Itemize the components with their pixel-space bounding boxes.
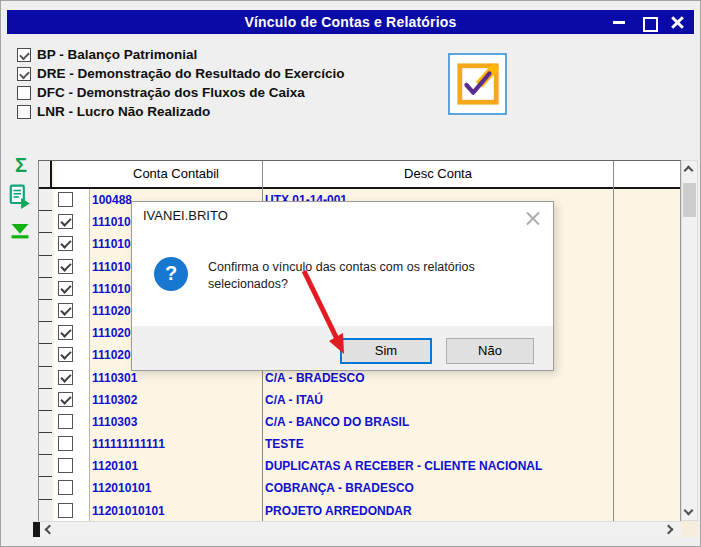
- report-type-group: BP - Balanço Patrimonial DRE - Demonstra…: [17, 45, 345, 121]
- conta-cell[interactable]: 1110302: [92, 389, 260, 411]
- titlebar: Vínculo de Contas e Relatórios: [7, 10, 694, 34]
- desc-cell[interactable]: COBRANÇA - BRADESCO: [265, 477, 611, 499]
- bp-label: BP - Balanço Patrimonial: [37, 47, 197, 62]
- table-row: 111111111111TESTE: [39, 433, 680, 455]
- vertical-scrollbar[interactable]: [681, 160, 698, 521]
- row-checkbox[interactable]: [58, 325, 73, 340]
- report-checkbox-row-dfc: DFC - Demonstração dos Fluxos de Caixa: [17, 83, 345, 102]
- row-checkbox[interactable]: [58, 436, 73, 451]
- row-checkbox[interactable]: [58, 281, 73, 296]
- report-checkbox-row-lnr: LNR - Lucro Não Realizado: [17, 102, 345, 121]
- bp-checkbox[interactable]: [17, 48, 31, 62]
- row-selector[interactable]: [39, 322, 52, 344]
- scroll-right-icon[interactable]: [664, 525, 674, 535]
- nao-button[interactable]: Não: [446, 338, 534, 364]
- row-checkbox[interactable]: [58, 236, 73, 251]
- confirm-link-button[interactable]: [448, 53, 507, 115]
- row-checkbox[interactable]: [58, 214, 73, 229]
- row-selector[interactable]: [39, 233, 52, 255]
- row-checkbox[interactable]: [58, 347, 73, 362]
- desc-cell[interactable]: C/A - ITAÚ: [265, 389, 611, 411]
- conta-cell[interactable]: 11201010101: [92, 500, 260, 522]
- dialog-message: Confirma o vínculo das contas com os rel…: [208, 259, 518, 293]
- row-selector[interactable]: [39, 344, 52, 366]
- table-row: 112010101COBRANÇA - BRADESCO: [39, 477, 680, 499]
- column-header-desc[interactable]: Desc Conta: [263, 161, 613, 187]
- window-title: Vínculo de Contas e Relatórios: [244, 14, 456, 30]
- app-window: Vínculo de Contas e Relatórios BP - Bala…: [0, 0, 701, 547]
- row-selector[interactable]: [39, 278, 52, 300]
- row-selector[interactable]: [39, 455, 52, 477]
- row-checkbox[interactable]: [58, 392, 73, 407]
- horizontal-scroll-thumb[interactable]: [33, 522, 40, 537]
- row-checkbox[interactable]: [58, 414, 73, 429]
- row-checkbox[interactable]: [58, 480, 73, 495]
- scrollbar-corner: [681, 521, 698, 537]
- report-checkbox-row-bp: BP - Balanço Patrimonial: [17, 45, 345, 64]
- row-checkbox[interactable]: [58, 192, 73, 207]
- row-selector[interactable]: [39, 211, 52, 233]
- conta-cell[interactable]: 111111111111: [92, 433, 260, 455]
- row-checkbox[interactable]: [58, 370, 73, 385]
- dre-checkbox[interactable]: [17, 67, 31, 81]
- row-selector[interactable]: [39, 433, 52, 455]
- desc-cell[interactable]: PROJETO ARREDONDAR: [265, 500, 611, 522]
- table-row: 11201010101PROJETO ARREDONDAR: [39, 500, 680, 522]
- close-icon[interactable]: [670, 15, 684, 29]
- check-pen-icon: [455, 61, 501, 107]
- dfc-checkbox[interactable]: [17, 86, 31, 100]
- window-controls: [612, 10, 684, 34]
- export-report-icon[interactable]: [8, 184, 32, 210]
- row-selector[interactable]: [39, 411, 52, 433]
- lnr-label: LNR - Lucro Não Realizado: [37, 104, 210, 119]
- scroll-down-icon[interactable]: [684, 506, 694, 516]
- goto-bottom-icon[interactable]: [10, 222, 30, 240]
- conta-cell[interactable]: 1120101: [92, 455, 260, 477]
- table-row: 1110303C/A - BANCO DO BRASIL: [39, 411, 680, 433]
- lnr-checkbox[interactable]: [17, 105, 31, 119]
- row-checkbox[interactable]: [58, 458, 73, 473]
- sum-sigma-icon[interactable]: Σ: [10, 154, 32, 176]
- question-icon: ?: [154, 257, 188, 291]
- row-checkbox[interactable]: [58, 503, 73, 518]
- horizontal-scrollbar[interactable]: [33, 521, 681, 537]
- row-selector[interactable]: [39, 367, 52, 389]
- maximize-icon[interactable]: [641, 15, 655, 29]
- dre-label: DRE - Demonstração do Resultado do Exerc…: [37, 66, 345, 81]
- goto-bottom-glyph: [10, 222, 30, 240]
- desc-cell[interactable]: C/A - BANCO DO BRASIL: [265, 411, 611, 433]
- column-header-conta[interactable]: Conta Contabil: [90, 161, 262, 187]
- sim-button[interactable]: Sim: [340, 338, 432, 364]
- row-selector[interactable]: [39, 389, 52, 411]
- report-checkbox-row-dre: DRE - Demonstração do Resultado do Exerc…: [17, 64, 345, 83]
- export-report-glyph: [8, 184, 32, 210]
- desc-cell[interactable]: TESTE: [265, 433, 611, 455]
- scroll-left-icon[interactable]: [45, 525, 55, 535]
- confirmation-dialog: IVANEI.BRITO ? Confirma o vínculo das co…: [131, 201, 554, 371]
- row-checkbox[interactable]: [58, 303, 73, 318]
- row-selector[interactable]: [39, 477, 52, 499]
- dialog-close-icon[interactable]: [525, 211, 540, 226]
- dialog-title: IVANEI.BRITO: [143, 208, 228, 223]
- vertical-scroll-thumb[interactable]: [683, 183, 696, 217]
- conta-cell[interactable]: 112010101: [92, 477, 260, 499]
- row-selector[interactable]: [39, 256, 52, 278]
- table-row: 1110302C/A - ITAÚ: [39, 389, 680, 411]
- row-selector[interactable]: [39, 500, 52, 522]
- conta-cell[interactable]: 1110303: [92, 411, 260, 433]
- row-selector[interactable]: [39, 300, 52, 322]
- minimize-icon[interactable]: [612, 15, 626, 29]
- dialog-footer: Sim Não: [132, 326, 553, 370]
- row-selector[interactable]: [39, 189, 52, 211]
- desc-cell[interactable]: DUPLICATAS A RECEBER - CLIENTE NACIONAL: [265, 455, 611, 477]
- dfc-label: DFC - Demonstração dos Fluxos de Caixa: [37, 85, 305, 100]
- table-row: 1120101DUPLICATAS A RECEBER - CLIENTE NA…: [39, 455, 680, 477]
- scroll-up-icon[interactable]: [684, 166, 694, 176]
- row-checkbox[interactable]: [58, 259, 73, 274]
